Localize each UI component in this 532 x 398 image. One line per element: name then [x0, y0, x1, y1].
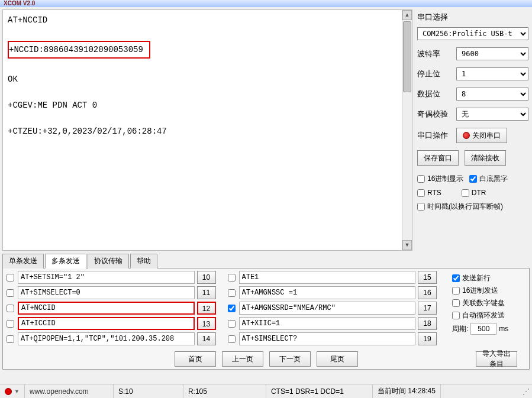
close-port-button[interactable]: 关闭串口: [456, 128, 507, 143]
dtr-checkbox[interactable]: [462, 189, 469, 197]
period-label: 周期:: [452, 324, 468, 334]
scroll-thumb[interactable]: [403, 21, 411, 92]
page-last-button[interactable]: 尾页: [317, 351, 358, 367]
loop-label: 自动循环发送: [462, 310, 505, 321]
scroll-down-icon[interactable]: ▼: [402, 240, 412, 250]
terminal-panel: AT+NCCID +NCCID:89860439102090053059 OK …: [2, 9, 412, 251]
send-row-checkbox[interactable]: [7, 305, 14, 312]
page-next-button[interactable]: 下一页: [269, 351, 311, 367]
tab-1[interactable]: 多条发送: [45, 254, 86, 268]
stop-label: 停止位: [417, 69, 453, 79]
send-row-button[interactable]: 17: [418, 302, 437, 315]
send-row: 15: [228, 271, 437, 284]
save-window-button[interactable]: 保存窗口: [417, 150, 459, 166]
scroll-track[interactable]: [402, 20, 412, 240]
loop-checkbox[interactable]: [452, 312, 460, 319]
send-row-input[interactable]: [239, 332, 416, 345]
tab-0[interactable]: 单条发送: [2, 254, 44, 268]
import-export-button[interactable]: 导入导出条目: [476, 351, 517, 367]
side-panel: 串口选择 COM256:Prolific USB-t 波特率 9600 停止位 …: [416, 9, 530, 251]
parity-label: 奇偶校验: [417, 109, 453, 119]
send-row-input[interactable]: [18, 302, 195, 315]
record-icon: [463, 132, 470, 139]
send-row-checkbox[interactable]: [228, 289, 236, 297]
send-row-input[interactable]: [18, 332, 195, 345]
terminal-output[interactable]: AT+NCCID +NCCID:89860439102090053059 OK …: [3, 10, 402, 250]
tab-3[interactable]: 帮助: [130, 254, 157, 268]
numpad-label: 关联数字键盘: [462, 298, 505, 308]
send-row-input[interactable]: [239, 302, 416, 315]
dtr-label: DTR: [472, 189, 486, 197]
resize-grip-icon[interactable]: ⋰: [519, 387, 532, 396]
send-row-button[interactable]: 14: [197, 332, 216, 345]
send-row-button[interactable]: 16: [418, 286, 437, 299]
send-tabs: 单条发送多条发送协议传输帮助 1011121314 1516171819 发送新…: [0, 253, 532, 370]
send-row-checkbox[interactable]: [228, 320, 236, 328]
send-hex-label: 16进制发送: [462, 286, 498, 296]
send-row-checkbox[interactable]: [228, 305, 236, 312]
send-row-input[interactable]: [239, 317, 416, 330]
send-row-input[interactable]: [239, 271, 416, 284]
send-row-button[interactable]: 15: [418, 271, 437, 284]
send-row: 11: [7, 286, 216, 299]
send-row-checkbox[interactable]: [228, 335, 236, 343]
status-lines: CTS=1 DSR=1 DCD=1: [266, 384, 373, 398]
status-time: 当前时间 14:28:45: [373, 384, 441, 398]
timestamp-label: 时间戳(以换行回车断帧): [427, 202, 503, 212]
rts-checkbox[interactable]: [417, 189, 425, 197]
op-label: 串口操作: [417, 130, 453, 141]
send-left-column: 1011121314: [7, 271, 216, 348]
port-select[interactable]: COM256:Prolific USB-t: [417, 27, 528, 40]
white-bg-label: 白底黑字: [479, 174, 508, 184]
title-bar: XCOM V2.0: [0, 0, 532, 7]
scroll-up-icon[interactable]: ▲: [402, 10, 412, 20]
period-unit: ms: [499, 325, 508, 333]
status-url[interactable]: www.openedv.com: [25, 384, 114, 398]
send-row-input[interactable]: [18, 271, 195, 284]
send-row-button[interactable]: 19: [418, 332, 437, 345]
period-input[interactable]: [470, 323, 496, 335]
send-row-checkbox[interactable]: [7, 274, 14, 281]
baud-label: 波特率: [417, 48, 453, 59]
rts-label: RTS: [427, 189, 441, 197]
send-row: 10: [7, 271, 216, 284]
send-right-column: 1516171819: [228, 271, 437, 348]
status-dropdown-icon[interactable]: ▼: [14, 389, 20, 394]
hex-display-label: 16进制显示: [427, 174, 463, 184]
parity-select[interactable]: 无: [456, 108, 528, 121]
send-row-button[interactable]: 12: [197, 302, 216, 315]
timestamp-checkbox[interactable]: [417, 203, 425, 211]
send-row-input[interactable]: [239, 286, 416, 299]
send-hex-checkbox[interactable]: [452, 287, 460, 295]
send-row-input[interactable]: [18, 317, 195, 330]
send-newline-label: 发送新行: [462, 273, 491, 283]
send-row-checkbox[interactable]: [228, 274, 236, 281]
terminal-scrollbar[interactable]: ▲ ▼: [402, 10, 412, 250]
send-row-button[interactable]: 10: [197, 271, 216, 284]
white-bg-checkbox[interactable]: [469, 175, 477, 183]
status-dot-icon: [5, 388, 12, 395]
data-label: 数据位: [417, 89, 453, 99]
send-row-input[interactable]: [18, 286, 195, 299]
send-row-button[interactable]: 13: [197, 317, 216, 330]
data-select[interactable]: 8: [456, 88, 528, 101]
stop-select[interactable]: 1: [456, 67, 528, 80]
send-row: 13: [7, 317, 216, 330]
status-bar: ▼ www.openedv.com S:10 R:105 CTS=1 DSR=1…: [0, 384, 532, 398]
send-row-checkbox[interactable]: [7, 320, 14, 328]
tab-2[interactable]: 协议传输: [88, 254, 129, 268]
page-prev-button[interactable]: 上一页: [222, 351, 263, 367]
baud-select[interactable]: 9600: [456, 47, 528, 60]
send-row-checkbox[interactable]: [7, 335, 14, 343]
send-row: 12: [7, 302, 216, 315]
numpad-checkbox[interactable]: [452, 299, 460, 307]
send-row-button[interactable]: 18: [418, 317, 437, 330]
send-newline-checkbox[interactable]: [452, 274, 460, 282]
page-first-button[interactable]: 首页: [175, 351, 216, 367]
send-row: 16: [228, 286, 437, 299]
send-row-checkbox[interactable]: [7, 289, 14, 297]
send-row-button[interactable]: 11: [197, 286, 216, 299]
clear-recv-button[interactable]: 清除接收: [465, 150, 506, 166]
send-row: 18: [228, 317, 437, 330]
hex-display-checkbox[interactable]: [417, 175, 425, 183]
